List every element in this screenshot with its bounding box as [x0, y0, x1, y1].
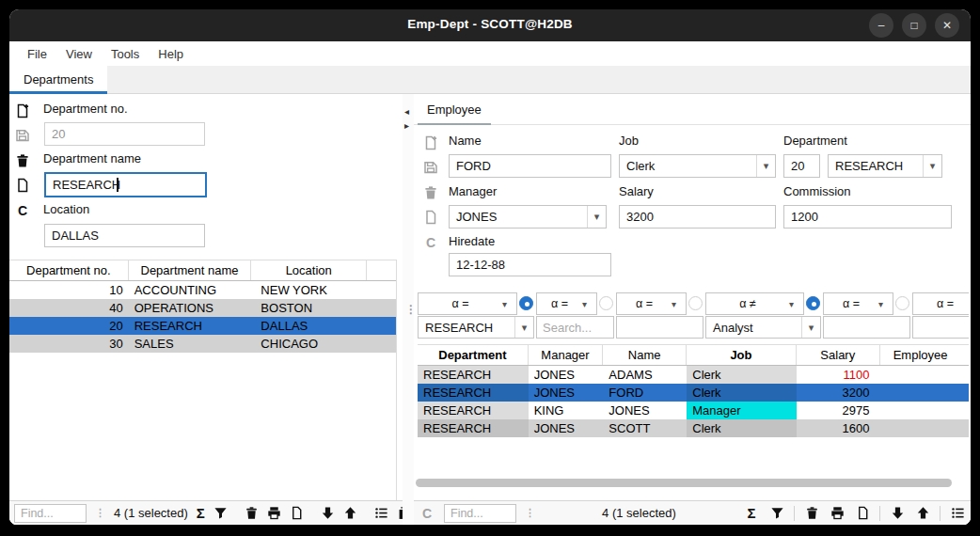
emp-save-button[interactable]	[423, 160, 438, 175]
location-field[interactable]	[44, 224, 205, 247]
table-row[interactable]: 40 OPERATIONS BOSTON	[9, 299, 396, 317]
collapse-left-arrow[interactable]: ◂	[404, 107, 409, 117]
commission-label: Commission	[783, 184, 851, 198]
add-record-button[interactable]	[15, 103, 30, 118]
maximize-button[interactable]: □	[902, 13, 926, 38]
cell-location: DALLAS	[251, 317, 367, 335]
table-row[interactable]: 30 SALES CHICAGO	[9, 335, 396, 353]
filter-department-value: RESEARCH	[419, 321, 514, 335]
table-row[interactable]: 10 ACCOUNTING NEW YORK	[9, 281, 396, 299]
save-button[interactable]	[15, 128, 30, 143]
dept-no-field[interactable]	[783, 154, 820, 178]
table-row-selected[interactable]: 20 RESEARCH DALLAS	[9, 317, 396, 335]
filter-button[interactable]	[768, 504, 785, 523]
table-row[interactable]: RESEARCH JONES SCOTT Clerk 1600	[418, 419, 969, 437]
job-combobox[interactable]: Clerk ▾	[619, 154, 776, 178]
move-up-button[interactable]	[914, 504, 931, 523]
filter-op-employee[interactable]: α =	[912, 292, 969, 315]
export-button[interactable]	[290, 504, 304, 523]
salary-field[interactable]	[619, 205, 776, 229]
filter-radio-department[interactable]	[519, 296, 533, 310]
dept-find-input[interactable]	[14, 504, 87, 523]
filter-value-salary[interactable]	[823, 316, 910, 339]
move-up-button[interactable]	[343, 504, 357, 523]
filter-op-department[interactable]: α =▾	[418, 292, 517, 315]
filter-op-job[interactable]: α ≠▾	[705, 292, 804, 315]
filter-radio-job[interactable]	[806, 296, 820, 310]
hiredate-field[interactable]	[449, 253, 611, 276]
table-row[interactable]: RESEARCH JONES ADAMS Clerk 1100	[418, 366, 969, 384]
menu-view[interactable]: View	[57, 45, 101, 63]
emp-delete-record-button[interactable]	[423, 185, 438, 200]
name-field[interactable]	[449, 154, 611, 178]
cell-dept-no: 20	[9, 317, 129, 335]
delete-button[interactable]	[245, 504, 259, 523]
filter-radio-salary[interactable]	[895, 296, 909, 310]
menu-file[interactable]: File	[19, 45, 55, 63]
filter-op-name[interactable]: α =▾	[616, 292, 687, 315]
menu-tools[interactable]: Tools	[103, 45, 148, 63]
emp-refresh-button[interactable]: C	[423, 235, 438, 250]
aggregate-button[interactable]: Σ	[743, 504, 760, 523]
refresh-button[interactable]: C	[15, 203, 30, 218]
department-combobox[interactable]: RESEARCH ▾	[828, 154, 942, 178]
move-down-button[interactable]	[321, 504, 335, 523]
refresh-icon: C	[422, 506, 432, 521]
table-row[interactable]: RESEARCH KING JONES Manager 2975	[418, 402, 969, 419]
split-divider[interactable]: ◂ ▸ ⋮	[403, 94, 414, 525]
tab-departments[interactable]: Departments	[9, 66, 107, 94]
export-button[interactable]	[854, 504, 871, 523]
departments-panel: C Department no. Department name Locatio…	[9, 94, 403, 525]
move-down-button[interactable]	[889, 504, 906, 523]
emp-refresh-status-button[interactable]: C	[419, 504, 435, 523]
col-header-name[interactable]: Name	[603, 345, 687, 365]
list-view-button[interactable]	[949, 504, 966, 523]
tab-employee[interactable]: Employee	[418, 96, 491, 125]
filter-value-job[interactable]: Analyst ▾	[705, 316, 821, 339]
funnel-icon	[213, 506, 228, 520]
print-button[interactable]	[267, 504, 281, 523]
filter-value-employee[interactable]	[912, 316, 969, 339]
filter-value-manager[interactable]	[536, 316, 614, 339]
emp-add-record-button[interactable]	[423, 135, 438, 150]
filter-radio-manager[interactable]	[599, 296, 613, 310]
manager-combobox[interactable]: JONES ▾	[449, 205, 607, 229]
horizontal-scrollbar[interactable]	[414, 478, 971, 489]
cell-name: JONES	[603, 402, 687, 419]
filter-radio-name[interactable]	[688, 296, 703, 310]
col-header-location[interactable]: Location	[251, 260, 367, 280]
scrollbar-thumb[interactable]	[416, 479, 952, 487]
emp-find-input[interactable]	[444, 504, 516, 523]
filter-op-salary[interactable]: α =▾	[823, 292, 893, 315]
col-header-manager[interactable]: Manager	[529, 345, 603, 365]
commission-field[interactable]	[783, 205, 952, 229]
filter-op-manager[interactable]: α =▾	[536, 292, 597, 315]
col-header-employee[interactable]: Employee	[880, 345, 969, 365]
dept-no-field[interactable]	[44, 122, 205, 146]
filter-value-department[interactable]: RESEARCH ▾	[418, 316, 534, 339]
minimize-button[interactable]: –	[869, 13, 893, 38]
filter-value-name[interactable]	[616, 316, 703, 339]
filter-button[interactable]	[213, 504, 228, 523]
delete-button[interactable]	[803, 504, 820, 523]
emp-duplicate-record-button[interactable]	[423, 210, 438, 225]
cell-location: NEW YORK	[251, 281, 367, 299]
col-header-job[interactable]: Job	[687, 345, 797, 365]
col-header-salary[interactable]: Salary	[797, 345, 880, 365]
toolbar-grip: ⋮	[525, 507, 535, 519]
col-header-dept-no[interactable]: Department no.	[9, 260, 129, 280]
chevron-down-icon: ▾	[502, 299, 516, 309]
col-header-department[interactable]: Department	[418, 345, 529, 365]
cell-employee	[880, 419, 969, 437]
col-header-dept-name[interactable]: Department name	[129, 260, 252, 280]
collapse-right-arrow[interactable]: ▸	[404, 121, 409, 131]
close-button[interactable]: ✕	[935, 13, 959, 38]
dept-name-field[interactable]	[44, 172, 207, 197]
print-button[interactable]	[829, 504, 846, 523]
aggregate-button[interactable]: Σ	[197, 504, 205, 523]
menu-help[interactable]: Help	[150, 45, 192, 63]
delete-record-button[interactable]	[15, 153, 30, 168]
duplicate-record-button[interactable]	[15, 178, 30, 193]
list-view-button[interactable]	[374, 504, 388, 523]
table-row-selected[interactable]: RESEARCH JONES FORD Clerk 3200	[418, 384, 969, 402]
